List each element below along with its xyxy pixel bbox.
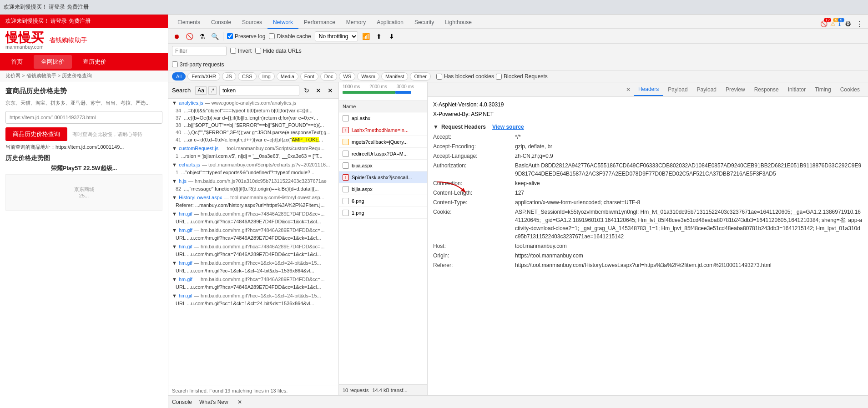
search-line-hmgif4-1[interactable]: URL ...u.com/hm.gif?cc=1&ck=1&cl=24-bit&… — [168, 267, 338, 274]
filter-js[interactable]: JS — [222, 72, 236, 81]
invert-checkbox[interactable]: Invert — [230, 48, 252, 54]
filter-doc[interactable]: Doc — [320, 72, 338, 81]
tab-console[interactable]: Console — [206, 16, 237, 29]
search-file-header-history[interactable]: ▼ HistoryLowest.aspx — tool.manmanbuy.co… — [168, 193, 338, 201]
search-file-header-hmgif1[interactable]: ▼ hm.gif — hm.baidu.com/hm.gif?hca=74846… — [168, 210, 338, 218]
filter-ws[interactable]: WS — [339, 72, 355, 81]
filter-media[interactable]: Media — [277, 72, 298, 81]
request-item-6png[interactable]: 6.png — [339, 195, 427, 207]
preserve-log-input[interactable] — [227, 33, 233, 39]
close-bottom-bar[interactable]: ✕ — [237, 399, 242, 405]
blocked-requests-input[interactable] — [496, 74, 502, 80]
search-line-hmgif3-1[interactable]: URL ...u.com/hm.gif?hca=74846A289E7D4FDD… — [168, 251, 338, 258]
tab-lighthouse[interactable]: Lighthouse — [439, 16, 477, 29]
filter-input[interactable] — [172, 46, 227, 56]
details-close-button[interactable]: ✕ — [623, 84, 634, 95]
search-file-header-analytics[interactable]: ▼ analytics.js — www.google-analytics.co… — [168, 99, 338, 107]
filter-manifest[interactable]: Manifest — [381, 72, 409, 81]
tab-network[interactable]: Network — [267, 16, 298, 29]
details-tab-headers[interactable]: Headers — [634, 83, 663, 96]
details-tab-initiator[interactable]: Initiator — [783, 84, 810, 96]
nav-compare[interactable]: 全网比价 — [34, 55, 72, 69]
request-item-bijia1[interactable]: bijia.aspx — [339, 160, 427, 171]
filter-all[interactable]: All — [172, 72, 186, 81]
more-options-button[interactable]: ⋮ — [855, 19, 864, 28]
search-line-echarts-1[interactable]: 1..."object"==typeof exports&&"undefined… — [168, 169, 338, 176]
search-input[interactable] — [219, 85, 299, 96]
whats-new-tab[interactable]: What's New — [199, 399, 228, 405]
request-item-1png[interactable]: 1.png — [339, 207, 427, 219]
details-tab-response[interactable]: Response — [750, 84, 783, 96]
tab-performance[interactable]: Performance — [298, 16, 341, 29]
query-button[interactable]: 商品历史价格查询 — [5, 127, 67, 141]
tab-elements[interactable]: Elements — [172, 16, 206, 29]
search-line-41[interactable]: 41...ar c=id(0,d=0;d<c.length;d++){var e… — [168, 136, 338, 143]
search-line-40[interactable]: 40...),Qc("","$ERROR",3E4));var g=JSON.p… — [168, 129, 338, 136]
search-file-header-hjs[interactable]: ▼ h.js — hm.baidu.com/h.js?01a310dc95b71… — [168, 177, 338, 185]
search-line-hmgif5-1[interactable]: URL ...u.com/hm.gif?hca=74846A289E7D4FDD… — [168, 283, 338, 291]
disable-cache-input[interactable] — [269, 33, 275, 39]
blocked-requests-checkbox[interactable]: Blocked Requests — [496, 73, 548, 80]
request-item-mgets[interactable]: mgets?callback=jQuery... — [339, 136, 427, 148]
third-party-checkbox[interactable]: 3rd-party requests — [172, 61, 224, 68]
request-headers-toggle[interactable]: ▼ — [433, 124, 439, 130]
url-input[interactable] — [5, 111, 162, 124]
tab-security[interactable]: Security — [409, 16, 439, 29]
request-item-iashx[interactable]: ! i.ashx?methodName=in... — [339, 124, 427, 136]
request-item-api[interactable]: api.ashx — [339, 112, 427, 124]
third-party-input[interactable] — [172, 61, 178, 67]
clear-button[interactable]: 🚫 — [185, 32, 194, 41]
search-file-header-hmgif4[interactable]: ▼ hm.gif — hm.baidu.com/hm.gif?hcc=1&ck=… — [168, 259, 338, 267]
regex-button[interactable]: .* — [208, 86, 217, 95]
disable-cache-checkbox[interactable]: Disable cache — [269, 33, 311, 40]
filter-font[interactable]: Font — [300, 72, 318, 81]
search-line-hmgif1-1[interactable]: URL ...u.com/hm.gif?hca=74846A289E7D4FDD… — [168, 218, 338, 225]
has-blocked-checkbox[interactable]: Has blocked cookies — [436, 73, 494, 80]
search-line-37[interactable]: 37...c){b=Oe(b);var d={};if(lb||lb.lengt… — [168, 114, 338, 121]
search-file-header-hmgif6[interactable]: ▼ hm.gif — hm.baidu.com/hm.gif?hcc=1&ck=… — [168, 292, 338, 300]
search-line-34[interactable]: 34...=b[0]&&"object"===typeof b[0])retur… — [168, 107, 338, 114]
has-blocked-input[interactable] — [436, 74, 442, 80]
throttling-select[interactable]: No throttling — [315, 31, 358, 41]
filter-button[interactable]: ⚗ — [197, 32, 207, 41]
tab-sources[interactable]: Sources — [237, 16, 267, 29]
preserve-log-checkbox[interactable]: Preserve log — [227, 33, 265, 40]
tab-application[interactable]: Application — [371, 16, 409, 29]
details-tab-payload1[interactable]: Payload — [663, 84, 692, 96]
case-sensitive-button[interactable]: Aa — [195, 86, 207, 95]
search-file-header-hmgif5[interactable]: ▼ hm.gif — hm.baidu.com/hm.gif?hca=74846… — [168, 275, 338, 283]
request-item-spider[interactable]: ! SpiderTask.ashx?jsoncall... — [339, 171, 427, 183]
details-tab-preview[interactable]: Preview — [721, 84, 750, 96]
record-button[interactable]: ⏺ — [172, 32, 181, 41]
search-line-history-1[interactable]: Referer: ...manbuy.com/history.aspx?url=… — [168, 201, 338, 209]
hide-data-input[interactable] — [255, 48, 261, 54]
settings-button[interactable]: ⚙ — [843, 19, 853, 28]
request-item-bijia2[interactable]: bijia.aspx — [339, 183, 427, 195]
search-file-header-hmgif3[interactable]: ▼ hm.gif — hm.baidu.com/hm.gif?hca=74846… — [168, 242, 338, 251]
search-line-custom-1[interactable]: 1...rsion = 'jsjiami.com.v5', nljdj = '_… — [168, 152, 338, 160]
refresh-search-button[interactable]: ↻ — [302, 86, 311, 95]
filter-wasm[interactable]: Wasm — [357, 72, 379, 81]
filter-css[interactable]: CSS — [238, 72, 257, 81]
close-search-button[interactable]: ✕ — [326, 86, 335, 95]
search-line-hjs-82[interactable]: 82...,"message",function(d){if(b.R(d.ori… — [168, 185, 338, 192]
console-tab[interactable]: Console — [172, 399, 192, 405]
search-file-header-echarts[interactable]: ▼ echarts.js — tool.manmanbuy.com/Script… — [168, 161, 338, 169]
search-file-header-hmgif2[interactable]: ▼ hm.gif — hm.baidu.com/hm.gif?hca=74846… — [168, 226, 338, 234]
filter-xhr[interactable]: Fetch/XHR — [187, 72, 220, 81]
nav-home[interactable]: 首页 — [4, 55, 30, 69]
tab-memory[interactable]: Memory — [341, 16, 371, 29]
clear-search-button[interactable]: ✕ — [314, 86, 323, 95]
hide-data-checkbox[interactable]: Hide data URLs — [255, 48, 302, 54]
details-tab-timing[interactable]: Timing — [810, 84, 836, 96]
search-file-header-custom[interactable]: ▼ customRequest.js — tool.manmanbuy.com/… — [168, 144, 338, 152]
filter-img[interactable]: Img — [258, 72, 275, 81]
invert-input[interactable] — [230, 48, 236, 54]
search-line-hmgif6-1[interactable]: URL ...u.com/hm.gif?cc=1&ck=1&cl=24-bit&… — [168, 300, 338, 307]
search-line-38[interactable]: 38...b||"$OPT_OUT"==b||"$ERROR"==b||"$NO… — [168, 121, 338, 129]
details-tab-cookies[interactable]: Cookies — [836, 84, 864, 96]
view-source-link[interactable]: View source — [492, 124, 524, 130]
nav-history[interactable]: 查历史价 — [76, 55, 114, 69]
filter-other[interactable]: Other — [410, 72, 431, 81]
request-item-redirect[interactable]: redirectUrl.aspx?DA=M... — [339, 148, 427, 160]
